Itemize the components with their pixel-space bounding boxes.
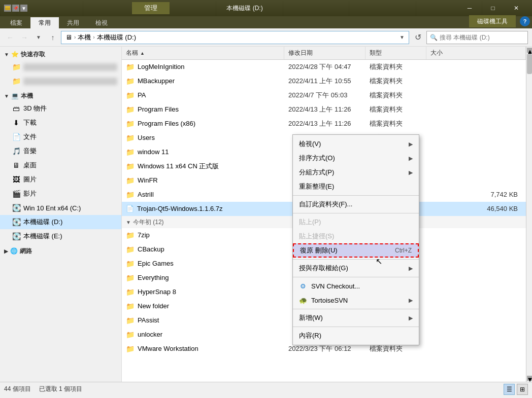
address-input[interactable]: 🖥 › 本機 › 本機磁碟 (D:) ▼ bbox=[61, 31, 409, 44]
file-row[interactable]: 📁LogMeInIgnition 2022/4/28 下午 04:47 檔案資料… bbox=[122, 60, 526, 74]
file-type: 檔案資料夾 bbox=[365, 77, 426, 86]
tab-home[interactable]: 常用 bbox=[30, 17, 59, 28]
folder-icon: 📁 bbox=[126, 260, 135, 268]
title-bar: 📌 ▼ 管理 本機磁碟 (D:) ─ □ ✕ bbox=[0, 0, 532, 16]
view-list-button[interactable]: ☰ bbox=[504, 384, 515, 395]
file-type: 檔案資料夾 bbox=[365, 91, 426, 100]
refresh-button[interactable]: ↺ bbox=[411, 31, 424, 44]
search-box[interactable]: 🔍 bbox=[426, 31, 528, 44]
folder-icon: 📁 bbox=[12, 77, 20, 85]
menu-dropdown-btn[interactable]: ▼ bbox=[20, 5, 27, 12]
sidebar-item-documents[interactable]: 📄 文件 bbox=[0, 130, 121, 144]
col-type-label: 類型 bbox=[370, 49, 382, 57]
tab-file[interactable]: 檔案 bbox=[2, 17, 30, 28]
folder-icon: 📁 bbox=[126, 245, 135, 254]
dropdown-nav-button[interactable]: ▼ bbox=[32, 31, 45, 44]
sidebar-item-blurred2[interactable]: 📁 ████████ bbox=[0, 74, 121, 88]
view-grid-button[interactable]: ⊞ bbox=[517, 384, 528, 395]
sidebar-item-desktop[interactable]: 🖥 桌面 bbox=[0, 158, 121, 172]
submenu-arrow-icon: ▶ bbox=[409, 315, 413, 321]
tab-share[interactable]: 共用 bbox=[59, 17, 87, 28]
svn-checkout-icon: ⚙ bbox=[299, 282, 307, 290]
sidebar-header-computer[interactable]: ▼ 💻 本機 bbox=[0, 90, 121, 101]
minimize-button[interactable]: ─ bbox=[458, 0, 481, 16]
file-row[interactable]: 📁Program Files (x86) 2022/4/13 上午 11:26 … bbox=[122, 117, 526, 131]
menu-separator bbox=[293, 195, 419, 196]
file-row[interactable]: 📁PA 2022/4/7 下午 05:03 檔案資料夾 bbox=[122, 88, 526, 102]
forward-button[interactable]: → bbox=[18, 31, 30, 44]
file-name: PAssist bbox=[138, 316, 159, 324]
menu-item-refresh[interactable]: 重新整理(E) bbox=[293, 179, 419, 194]
sidebar-item-downloads[interactable]: ⬇ 下載 bbox=[0, 116, 121, 130]
menu-item-grant-access-label: 授與存取權給(G) bbox=[299, 264, 405, 273]
scrollbar[interactable]: ▲ ▼ bbox=[526, 47, 532, 382]
menu-item-sort-label: 排序方式(O) bbox=[299, 154, 405, 163]
sidebar-item-drive-d[interactable]: 💽 本機磁碟 (D:) bbox=[0, 215, 121, 229]
menu-item-new-label: 新增(W) bbox=[299, 313, 405, 322]
folder-icon: 📁 bbox=[126, 274, 135, 282]
file-row[interactable]: 📁Program Files 2022/4/13 上午 11:26 檔案資料夾 bbox=[122, 102, 526, 117]
sidebar-item-blurred1[interactable]: 📁 ██████ ████ bbox=[0, 60, 121, 74]
search-input[interactable] bbox=[440, 34, 524, 41]
maximize-button[interactable]: □ bbox=[481, 0, 505, 16]
scroll-down-btn[interactable]: ▼ bbox=[527, 376, 532, 381]
scroll-up-btn[interactable]: ▲ bbox=[527, 48, 532, 53]
folder-icon: 📁 bbox=[126, 331, 135, 339]
col-header-name[interactable]: 名稱 ▲ bbox=[122, 47, 284, 59]
menu-item-grant-access[interactable]: 授與存取權給(G) ▶ bbox=[293, 261, 419, 275]
menu-item-undo-delete[interactable]: 復原 刪除(U) Ctrl+Z bbox=[293, 243, 419, 258]
menu-item-refresh-label: 重新整理(E) bbox=[299, 182, 413, 191]
file-type: 檔案資料夾 bbox=[365, 344, 426, 353]
col-header-type[interactable]: 類型 bbox=[365, 47, 426, 59]
menu-item-sort[interactable]: 排序方式(O) ▶ bbox=[293, 151, 419, 165]
col-header-size[interactable]: 大小 bbox=[426, 47, 526, 59]
menu-item-new[interactable]: 新增(W) ▶ bbox=[293, 311, 419, 325]
col-header-date[interactable]: 修改日期 bbox=[284, 47, 365, 59]
address-chevron-1: › bbox=[74, 34, 76, 40]
tab-disk-tools[interactable]: 磁碟機工具 bbox=[469, 15, 516, 27]
up-button[interactable]: ↑ bbox=[47, 31, 59, 44]
status-view-controls: ☰ ⊞ bbox=[504, 384, 528, 395]
window-icon-btn[interactable] bbox=[4, 5, 11, 12]
menu-item-group-label: 分組方式(P) bbox=[299, 168, 405, 177]
back-button[interactable]: ← bbox=[4, 31, 16, 44]
network-icon: 🌐 bbox=[10, 247, 18, 255]
file-type: 檔案資料夾 bbox=[365, 119, 426, 128]
address-dropdown-icon[interactable]: ▼ bbox=[400, 34, 405, 40]
file-name: 7zip bbox=[138, 231, 150, 239]
sidebar-item-videos[interactable]: 🎬 影片 bbox=[0, 187, 121, 201]
menu-item-view[interactable]: 檢視(V) ▶ bbox=[293, 137, 419, 151]
sidebar-header-quickaccess[interactable]: ▼ ⭐ 快速存取 bbox=[0, 49, 121, 60]
file-row[interactable]: 📁MBackupper 2022/4/11 上午 10:55 檔案資料夾 bbox=[122, 74, 526, 88]
sidebar-header-network[interactable]: ▶ 🌐 網路 bbox=[0, 245, 121, 257]
title-bar-controls: 📌 ▼ bbox=[4, 5, 27, 12]
sidebar-item-music[interactable]: 🎵 音樂 bbox=[0, 144, 121, 158]
folder-icon: 📁 bbox=[126, 63, 135, 71]
menu-item-tortoise-svn[interactable]: 🐢 TortoiseSVN ▶ bbox=[293, 293, 419, 307]
menu-item-customize[interactable]: 自訂此資料夾(F)... bbox=[293, 197, 419, 211]
search-icon: 🔍 bbox=[430, 34, 438, 41]
ribbon-right: 磁碟機工具 ? bbox=[469, 15, 530, 28]
menu-item-paste-label: 貼上(P) bbox=[299, 218, 413, 227]
menu-item-properties-label: 內容(R) bbox=[299, 331, 413, 340]
help-button[interactable]: ? bbox=[520, 16, 530, 26]
shortcut-label: Ctrl+Z bbox=[395, 247, 412, 254]
quick-access-btn[interactable]: 📌 bbox=[12, 5, 19, 12]
folder-icon: 📁 bbox=[126, 191, 135, 199]
tab-view[interactable]: 檢視 bbox=[87, 17, 116, 28]
address-segment-pc: 本機 bbox=[78, 33, 91, 42]
menu-item-paste-shortcut[interactable]: 貼上捷徑(S) bbox=[293, 229, 419, 243]
sidebar-item-drive-e[interactable]: 💽 本機磁碟 (E:) bbox=[0, 229, 121, 243]
scroll-thumb[interactable] bbox=[527, 54, 532, 74]
sidebar-item-drive-c[interactable]: 💽 Win 10 Ent x64 (C:) bbox=[0, 201, 121, 215]
folder-icon: 📁 bbox=[126, 134, 135, 142]
menu-item-properties[interactable]: 內容(R) bbox=[293, 329, 419, 343]
file-name: WinFR bbox=[138, 176, 158, 184]
menu-item-paste[interactable]: 貼上(P) bbox=[293, 215, 419, 229]
ribbon-title: 管理 bbox=[132, 2, 170, 14]
close-button[interactable]: ✕ bbox=[505, 0, 528, 16]
menu-item-svn-checkout[interactable]: ⚙ SVN Checkout... bbox=[293, 279, 419, 293]
menu-item-group[interactable]: 分組方式(P) ▶ bbox=[293, 165, 419, 179]
sidebar-item-pictures[interactable]: 🖼 圖片 bbox=[0, 172, 121, 187]
sidebar-item-3dobjects[interactable]: 🗃 3D 物件 bbox=[0, 101, 121, 116]
